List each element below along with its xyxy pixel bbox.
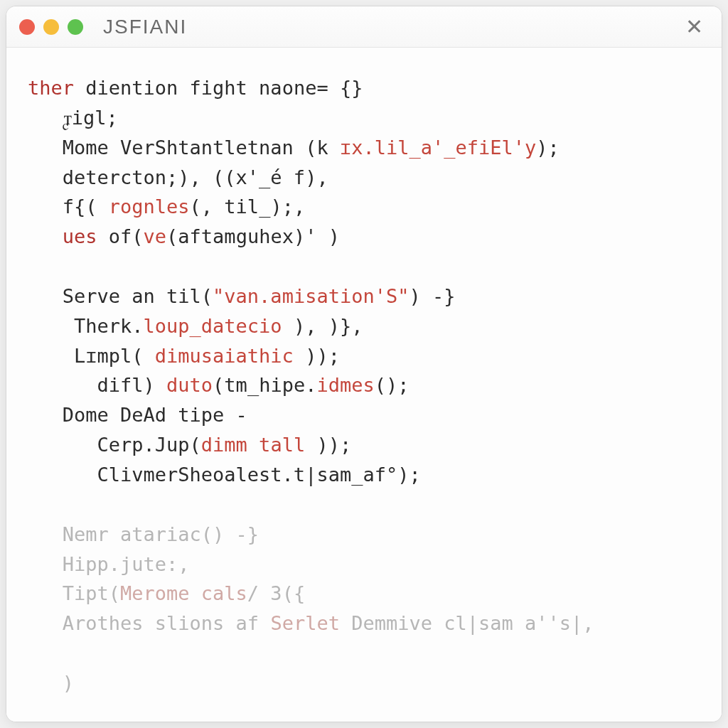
code-token: loup_datecio <box>144 315 282 337</box>
code-token: ); <box>536 136 560 159</box>
close-icon[interactable]: ✕ <box>680 14 709 41</box>
code-editor[interactable]: ther diention fight naone= {} ꚑigl; Mome… <box>6 48 722 722</box>
editor-window: JSFIANI ✕ ther diention fight naone= {} … <box>6 6 722 722</box>
code-token: (); <box>375 374 410 396</box>
code-token: diention fight naone <box>74 77 316 99</box>
code-token: (, til_);, <box>190 196 306 218</box>
code-token: )); <box>294 345 340 367</box>
code-token: ) -} <box>409 285 455 307</box>
code-line: Dome DeAd tipe - <box>28 404 247 426</box>
code-token: Therk. <box>28 315 144 337</box>
code-token: Lɪmpl( <box>28 345 155 367</box>
code-token: dimusaiathic <box>155 345 294 367</box>
code-line: Nemr atariac() -} <box>28 523 259 545</box>
code-token: Demmive cl|sam a''s|, <box>340 612 594 634</box>
code-token: ), )}, <box>282 315 363 337</box>
code-line: ꚑigl; <box>28 107 118 129</box>
code-line: ) <box>28 672 74 694</box>
window-title: JSFIANI <box>103 16 187 38</box>
code-token: Serlet <box>270 612 340 634</box>
code-token: / 3({ <box>247 582 305 604</box>
traffic-lights <box>19 19 83 35</box>
code-token: of( <box>97 225 144 247</box>
code-token: Serve an til( <box>28 285 213 307</box>
code-line: ClivmerSheoalest.t|sam_af°); <box>28 464 421 486</box>
code-token: ues <box>28 225 97 247</box>
code-token: ther <box>28 77 74 99</box>
titlebar[interactable]: JSFIANI ✕ <box>6 6 722 48</box>
code-token: Merome cals <box>120 582 247 604</box>
code-token: difl) <box>28 374 166 396</box>
code-line: detercton;), ((x'_é f), <box>28 166 328 188</box>
code-token: f{( <box>28 196 109 218</box>
code-token: = {} <box>316 77 363 99</box>
code-token: idmes <box>316 374 374 396</box>
code-token: Mome VerShtantletnan (k <box>28 136 340 159</box>
code-line: Hipp.jute:, <box>28 553 190 575</box>
code-token: ve <box>144 225 167 247</box>
code-token: (tm_hipe. <box>213 374 316 396</box>
close-traffic-light[interactable] <box>19 19 35 35</box>
code-token: (aftamguhex)' ) <box>166 225 340 247</box>
code-token: ɪx.lil_a'_efiEl'y <box>340 136 536 159</box>
code-token: dimm tall <box>201 434 305 456</box>
code-token: Cerp.Jup( <box>28 434 201 456</box>
code-token: Arothes slions af <box>28 612 270 634</box>
code-token: rognles <box>109 196 190 218</box>
code-token: Tipt( <box>28 582 120 604</box>
code-token: duto <box>166 374 213 396</box>
code-token: )); <box>305 434 351 456</box>
minimize-traffic-light[interactable] <box>43 19 59 35</box>
zoom-traffic-light[interactable] <box>68 19 83 35</box>
code-token: "van.amisation'S" <box>213 285 409 307</box>
